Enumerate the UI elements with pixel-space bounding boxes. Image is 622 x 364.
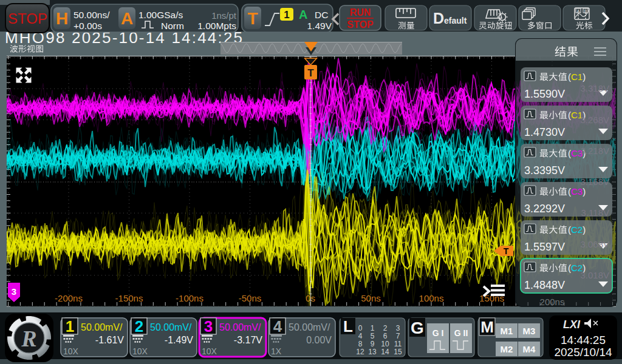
svg-text:14:44:25: 14:44:25	[561, 334, 606, 346]
svg-text:M: M	[480, 318, 494, 336]
svg-text:3.168V: 3.168V	[580, 177, 609, 187]
svg-text:50.00mV/: 50.00mV/	[289, 322, 330, 332]
svg-text:9: 9	[371, 340, 375, 348]
svg-text:1.5597V: 1.5597V	[524, 241, 565, 253]
svg-text:3.068V: 3.068V	[580, 239, 609, 249]
svg-text:2: 2	[383, 324, 388, 332]
svg-text:10X: 10X	[132, 346, 148, 356]
svg-text:R: R	[21, 326, 36, 351]
svg-text:(C2): (C2)	[568, 224, 586, 235]
svg-text:15: 15	[394, 348, 402, 356]
svg-text:50.00mV/: 50.00mV/	[150, 322, 192, 332]
svg-text:H: H	[56, 9, 68, 28]
svg-text:T: T	[504, 246, 509, 256]
svg-text:13: 13	[368, 348, 377, 356]
svg-text:0: 0	[358, 324, 363, 332]
svg-text:10: 10	[381, 340, 389, 348]
svg-text:8: 8	[358, 340, 363, 348]
svg-text:50.00mV/: 50.00mV/	[219, 322, 261, 332]
svg-text:6: 6	[383, 332, 388, 340]
svg-text:4: 4	[358, 332, 363, 340]
svg-text:B: B	[584, 9, 587, 13]
svg-text:G II: G II	[454, 328, 468, 338]
svg-text:7: 7	[396, 332, 400, 340]
svg-text:-50ns: -50ns	[239, 293, 262, 303]
svg-text:3.018V: 3.018V	[580, 270, 609, 280]
svg-text:3: 3	[12, 286, 16, 297]
svg-text:T: T	[307, 67, 314, 79]
svg-text:10X: 10X	[63, 346, 79, 356]
svg-text:10X: 10X	[202, 346, 217, 356]
svg-text:1.4730V: 1.4730V	[524, 126, 565, 138]
svg-text:1.4848V: 1.4848V	[524, 279, 565, 291]
svg-text:3.3395V: 3.3395V	[524, 164, 565, 177]
svg-text:2025/10/14: 2025/10/14	[554, 346, 612, 359]
svg-text:12: 12	[356, 348, 364, 356]
svg-text:1.00Mpts: 1.00Mpts	[197, 21, 236, 31]
svg-text:50.00mV/: 50.00mV/	[81, 322, 123, 332]
svg-text:3: 3	[396, 324, 400, 332]
svg-text:STOP: STOP	[347, 19, 374, 30]
svg-text:efault: efault	[444, 16, 467, 25]
svg-text:M4: M4	[523, 344, 536, 354]
svg-text:STOP: STOP	[8, 10, 47, 27]
svg-text:1.49V: 1.49V	[307, 21, 332, 31]
svg-text:-150ns: -150ns	[115, 293, 143, 303]
svg-text:T: T	[247, 9, 258, 28]
svg-text:1.5590V: 1.5590V	[524, 88, 565, 100]
svg-text:11: 11	[394, 340, 402, 348]
svg-text:Norm: Norm	[161, 21, 184, 31]
svg-text:1X: 1X	[271, 346, 282, 356]
svg-text:1ns/pt: 1ns/pt	[211, 10, 237, 21]
svg-text:A: A	[577, 9, 580, 13]
svg-text:-200ns: -200ns	[55, 293, 83, 303]
svg-text:200ns: 200ns	[540, 297, 565, 307]
svg-text:1: 1	[284, 9, 289, 21]
svg-text:-3.17V: -3.17V	[234, 335, 262, 345]
svg-text:3.2292V: 3.2292V	[524, 203, 565, 215]
svg-text:L: L	[343, 317, 353, 335]
svg-text:(C3): (C3)	[568, 186, 586, 197]
svg-text:LXI: LXI	[563, 318, 581, 331]
svg-text:3.318V: 3.318V	[580, 83, 609, 93]
svg-text:3.118V: 3.118V	[581, 207, 609, 218]
svg-text:G I: G I	[432, 328, 444, 338]
svg-text:+0.00s: +0.00s	[73, 21, 102, 31]
svg-text:5: 5	[371, 332, 375, 340]
svg-text:-100ns: -100ns	[176, 293, 203, 303]
svg-text:RUN: RUN	[350, 7, 371, 18]
svg-text:A: A	[121, 9, 133, 28]
svg-text:3: 3	[204, 317, 213, 335]
svg-text:14: 14	[381, 348, 389, 356]
svg-text:A: A	[299, 8, 307, 21]
svg-text:(C1): (C1)	[568, 72, 586, 82]
svg-text:1: 1	[66, 317, 74, 335]
svg-text:0.00V: 0.00V	[306, 335, 332, 345]
svg-text:2: 2	[135, 317, 143, 335]
svg-text:-1.49V: -1.49V	[165, 335, 193, 345]
svg-text:D: D	[433, 10, 444, 27]
svg-text:M2: M2	[501, 344, 513, 354]
svg-text:1: 1	[371, 324, 375, 332]
svg-text:G: G	[411, 318, 424, 337]
svg-text:3.218V: 3.218V	[580, 146, 609, 156]
svg-text:50.00ns/: 50.00ns/	[73, 10, 110, 20]
svg-text:DC: DC	[315, 10, 328, 20]
svg-text:M1: M1	[501, 326, 513, 336]
svg-text:4: 4	[273, 317, 282, 335]
svg-text:M3: M3	[523, 326, 536, 336]
svg-text:1.00GSa/s: 1.00GSa/s	[138, 10, 183, 20]
svg-text:3.268V: 3.268V	[580, 115, 609, 125]
svg-text:-1.61V: -1.61V	[95, 335, 124, 345]
